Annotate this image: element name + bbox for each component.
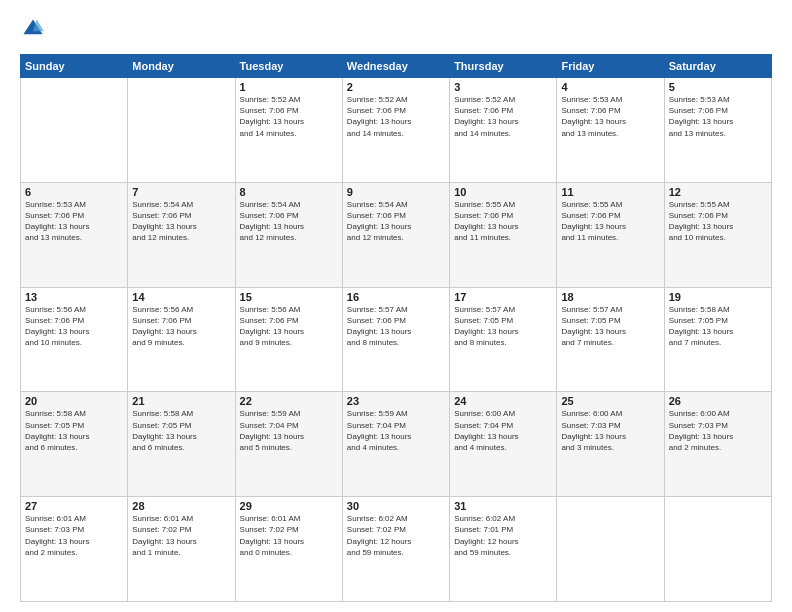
day-info: Sunrise: 6:00 AM Sunset: 7:03 PM Dayligh…	[669, 408, 767, 453]
day-info: Sunrise: 6:01 AM Sunset: 7:03 PM Dayligh…	[25, 513, 123, 558]
header	[20, 18, 772, 44]
day-info: Sunrise: 6:01 AM Sunset: 7:02 PM Dayligh…	[240, 513, 338, 558]
calendar-cell	[557, 497, 664, 602]
day-number: 27	[25, 500, 123, 512]
calendar-cell: 20Sunrise: 5:58 AM Sunset: 7:05 PM Dayli…	[21, 392, 128, 497]
day-number: 4	[561, 81, 659, 93]
weekday-header: Thursday	[450, 55, 557, 78]
calendar-cell: 17Sunrise: 5:57 AM Sunset: 7:05 PM Dayli…	[450, 287, 557, 392]
day-number: 28	[132, 500, 230, 512]
day-info: Sunrise: 5:52 AM Sunset: 7:06 PM Dayligh…	[347, 94, 445, 139]
calendar-week-row: 20Sunrise: 5:58 AM Sunset: 7:05 PM Dayli…	[21, 392, 772, 497]
day-number: 1	[240, 81, 338, 93]
page: SundayMondayTuesdayWednesdayThursdayFrid…	[0, 0, 792, 612]
day-info: Sunrise: 6:02 AM Sunset: 7:02 PM Dayligh…	[347, 513, 445, 558]
day-info: Sunrise: 5:53 AM Sunset: 7:06 PM Dayligh…	[25, 199, 123, 244]
calendar-cell: 16Sunrise: 5:57 AM Sunset: 7:06 PM Dayli…	[342, 287, 449, 392]
day-info: Sunrise: 5:58 AM Sunset: 7:05 PM Dayligh…	[25, 408, 123, 453]
calendar-week-row: 27Sunrise: 6:01 AM Sunset: 7:03 PM Dayli…	[21, 497, 772, 602]
calendar-cell: 23Sunrise: 5:59 AM Sunset: 7:04 PM Dayli…	[342, 392, 449, 497]
calendar-cell: 5Sunrise: 5:53 AM Sunset: 7:06 PM Daylig…	[664, 78, 771, 183]
day-info: Sunrise: 5:56 AM Sunset: 7:06 PM Dayligh…	[132, 304, 230, 349]
day-info: Sunrise: 6:01 AM Sunset: 7:02 PM Dayligh…	[132, 513, 230, 558]
day-number: 22	[240, 395, 338, 407]
day-number: 29	[240, 500, 338, 512]
weekday-header: Friday	[557, 55, 664, 78]
calendar-cell: 13Sunrise: 5:56 AM Sunset: 7:06 PM Dayli…	[21, 287, 128, 392]
calendar-cell: 9Sunrise: 5:54 AM Sunset: 7:06 PM Daylig…	[342, 182, 449, 287]
calendar-week-row: 13Sunrise: 5:56 AM Sunset: 7:06 PM Dayli…	[21, 287, 772, 392]
calendar-cell: 29Sunrise: 6:01 AM Sunset: 7:02 PM Dayli…	[235, 497, 342, 602]
day-number: 15	[240, 291, 338, 303]
day-info: Sunrise: 5:55 AM Sunset: 7:06 PM Dayligh…	[454, 199, 552, 244]
day-info: Sunrise: 5:54 AM Sunset: 7:06 PM Dayligh…	[347, 199, 445, 244]
day-info: Sunrise: 5:53 AM Sunset: 7:06 PM Dayligh…	[561, 94, 659, 139]
day-number: 25	[561, 395, 659, 407]
calendar-cell: 8Sunrise: 5:54 AM Sunset: 7:06 PM Daylig…	[235, 182, 342, 287]
day-number: 24	[454, 395, 552, 407]
day-info: Sunrise: 5:55 AM Sunset: 7:06 PM Dayligh…	[669, 199, 767, 244]
calendar-cell: 14Sunrise: 5:56 AM Sunset: 7:06 PM Dayli…	[128, 287, 235, 392]
calendar-cell: 2Sunrise: 5:52 AM Sunset: 7:06 PM Daylig…	[342, 78, 449, 183]
calendar-cell: 7Sunrise: 5:54 AM Sunset: 7:06 PM Daylig…	[128, 182, 235, 287]
calendar-cell: 18Sunrise: 5:57 AM Sunset: 7:05 PM Dayli…	[557, 287, 664, 392]
day-number: 2	[347, 81, 445, 93]
calendar-cell: 11Sunrise: 5:55 AM Sunset: 7:06 PM Dayli…	[557, 182, 664, 287]
day-info: Sunrise: 6:02 AM Sunset: 7:01 PM Dayligh…	[454, 513, 552, 558]
logo-icon	[22, 18, 44, 40]
day-number: 3	[454, 81, 552, 93]
day-number: 10	[454, 186, 552, 198]
day-info: Sunrise: 5:58 AM Sunset: 7:05 PM Dayligh…	[132, 408, 230, 453]
day-info: Sunrise: 5:56 AM Sunset: 7:06 PM Dayligh…	[240, 304, 338, 349]
day-info: Sunrise: 6:00 AM Sunset: 7:04 PM Dayligh…	[454, 408, 552, 453]
day-info: Sunrise: 5:52 AM Sunset: 7:06 PM Dayligh…	[240, 94, 338, 139]
day-info: Sunrise: 5:58 AM Sunset: 7:05 PM Dayligh…	[669, 304, 767, 349]
day-info: Sunrise: 5:57 AM Sunset: 7:05 PM Dayligh…	[454, 304, 552, 349]
day-number: 8	[240, 186, 338, 198]
calendar-week-row: 6Sunrise: 5:53 AM Sunset: 7:06 PM Daylig…	[21, 182, 772, 287]
weekday-header: Sunday	[21, 55, 128, 78]
calendar-cell	[128, 78, 235, 183]
calendar-cell: 15Sunrise: 5:56 AM Sunset: 7:06 PM Dayli…	[235, 287, 342, 392]
logo	[20, 18, 44, 44]
day-number: 26	[669, 395, 767, 407]
weekday-header: Saturday	[664, 55, 771, 78]
calendar-cell: 21Sunrise: 5:58 AM Sunset: 7:05 PM Dayli…	[128, 392, 235, 497]
calendar-cell: 27Sunrise: 6:01 AM Sunset: 7:03 PM Dayli…	[21, 497, 128, 602]
calendar-cell: 31Sunrise: 6:02 AM Sunset: 7:01 PM Dayli…	[450, 497, 557, 602]
day-number: 31	[454, 500, 552, 512]
day-number: 17	[454, 291, 552, 303]
day-info: Sunrise: 5:59 AM Sunset: 7:04 PM Dayligh…	[347, 408, 445, 453]
calendar-cell: 19Sunrise: 5:58 AM Sunset: 7:05 PM Dayli…	[664, 287, 771, 392]
day-info: Sunrise: 5:57 AM Sunset: 7:06 PM Dayligh…	[347, 304, 445, 349]
calendar-cell	[21, 78, 128, 183]
day-number: 16	[347, 291, 445, 303]
day-info: Sunrise: 5:57 AM Sunset: 7:05 PM Dayligh…	[561, 304, 659, 349]
calendar-cell: 3Sunrise: 5:52 AM Sunset: 7:06 PM Daylig…	[450, 78, 557, 183]
day-number: 11	[561, 186, 659, 198]
calendar-cell: 30Sunrise: 6:02 AM Sunset: 7:02 PM Dayli…	[342, 497, 449, 602]
calendar-cell: 10Sunrise: 5:55 AM Sunset: 7:06 PM Dayli…	[450, 182, 557, 287]
day-info: Sunrise: 5:56 AM Sunset: 7:06 PM Dayligh…	[25, 304, 123, 349]
day-number: 18	[561, 291, 659, 303]
calendar-cell: 24Sunrise: 6:00 AM Sunset: 7:04 PM Dayli…	[450, 392, 557, 497]
day-info: Sunrise: 5:52 AM Sunset: 7:06 PM Dayligh…	[454, 94, 552, 139]
day-number: 13	[25, 291, 123, 303]
calendar-cell: 6Sunrise: 5:53 AM Sunset: 7:06 PM Daylig…	[21, 182, 128, 287]
day-number: 20	[25, 395, 123, 407]
day-number: 14	[132, 291, 230, 303]
calendar-cell: 22Sunrise: 5:59 AM Sunset: 7:04 PM Dayli…	[235, 392, 342, 497]
weekday-header: Wednesday	[342, 55, 449, 78]
day-info: Sunrise: 5:55 AM Sunset: 7:06 PM Dayligh…	[561, 199, 659, 244]
day-number: 7	[132, 186, 230, 198]
day-number: 21	[132, 395, 230, 407]
day-info: Sunrise: 5:54 AM Sunset: 7:06 PM Dayligh…	[132, 199, 230, 244]
day-info: Sunrise: 5:54 AM Sunset: 7:06 PM Dayligh…	[240, 199, 338, 244]
calendar: SundayMondayTuesdayWednesdayThursdayFrid…	[20, 54, 772, 602]
calendar-cell: 26Sunrise: 6:00 AM Sunset: 7:03 PM Dayli…	[664, 392, 771, 497]
calendar-cell: 4Sunrise: 5:53 AM Sunset: 7:06 PM Daylig…	[557, 78, 664, 183]
weekday-header: Monday	[128, 55, 235, 78]
day-info: Sunrise: 6:00 AM Sunset: 7:03 PM Dayligh…	[561, 408, 659, 453]
day-number: 12	[669, 186, 767, 198]
day-info: Sunrise: 5:53 AM Sunset: 7:06 PM Dayligh…	[669, 94, 767, 139]
